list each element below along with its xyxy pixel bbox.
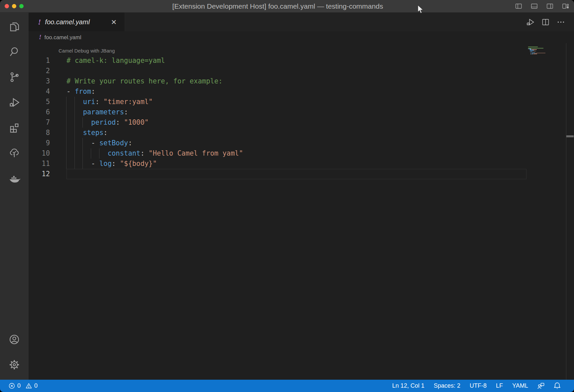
tab-foo-camel-yaml[interactable]: ! foo.camel.yaml ✕ bbox=[29, 13, 125, 31]
sidebar-item-search[interactable] bbox=[0, 39, 29, 65]
line-number[interactable]: 8 bbox=[29, 128, 50, 138]
git-branch-icon bbox=[8, 71, 20, 83]
code-line-text[interactable]: - from: bbox=[67, 86, 95, 97]
toggle-primary-sidebar-icon[interactable] bbox=[515, 2, 522, 10]
code-line-row[interactable]: 8 steps: bbox=[29, 128, 574, 138]
minimap[interactable] bbox=[527, 43, 566, 380]
sidebar-item-explorer[interactable] bbox=[0, 14, 29, 39]
debug-run-icon bbox=[8, 96, 20, 108]
error-icon bbox=[9, 383, 15, 389]
code-line-text[interactable]: - log: "${body}" bbox=[67, 159, 157, 169]
encoding-status[interactable]: UTF-8 bbox=[465, 382, 491, 389]
line-number[interactable]: 1 bbox=[29, 56, 50, 66]
close-window-button[interactable] bbox=[5, 4, 9, 8]
minimize-window-button[interactable] bbox=[12, 4, 16, 8]
vscode-window: [Extension Development Host] foo.camel.y… bbox=[0, 0, 574, 392]
status-bar-right: Ln 12, Col 1 Spaces: 2 UTF-8 LF YAML bbox=[387, 382, 574, 390]
code-line-row[interactable]: 9 - setBody: bbox=[29, 138, 574, 148]
settings-button[interactable] bbox=[0, 352, 29, 377]
code-line-row[interactable]: 6 parameters: bbox=[29, 107, 574, 117]
line-number[interactable]: 12 bbox=[29, 169, 50, 179]
line-number[interactable]: 5 bbox=[29, 97, 50, 107]
status-bar: 0 0 Ln 12, Col 1 Spaces: 2 UTF-8 LF YAML bbox=[0, 380, 574, 392]
run-or-debug-icon[interactable] bbox=[526, 18, 535, 27]
yaml-file-icon: ! bbox=[39, 34, 41, 41]
docker-whale-icon bbox=[8, 172, 21, 185]
code-line-text[interactable]: steps: bbox=[67, 128, 107, 138]
tab-bar: ! foo.camel.yaml ✕ bbox=[29, 13, 574, 31]
window-title: [Extension Development Host] foo.camel.y… bbox=[172, 0, 383, 13]
sidebar-item-run-and-debug[interactable] bbox=[0, 90, 29, 115]
gear-icon bbox=[8, 359, 20, 371]
minimap-code bbox=[528, 47, 566, 55]
code-line-row[interactable]: 1# camel-k: language=yaml bbox=[29, 56, 574, 66]
sidebar-item-source-control[interactable] bbox=[0, 65, 29, 90]
line-number[interactable]: 7 bbox=[29, 117, 50, 128]
codelens-camel-debug[interactable]: Camel Debug with JBang bbox=[29, 46, 574, 56]
code-line-text[interactable]: # Write your routes here, for example: bbox=[67, 76, 222, 86]
line-number[interactable]: 11 bbox=[29, 159, 50, 169]
code-line-row[interactable]: 11 - log: "${body}" bbox=[29, 159, 574, 169]
code-line-text[interactable]: - setBody: bbox=[67, 138, 132, 148]
sidebar-item-docker[interactable] bbox=[0, 166, 29, 191]
files-icon bbox=[8, 21, 20, 33]
toggle-secondary-sidebar-icon[interactable] bbox=[546, 2, 554, 10]
line-number[interactable]: 6 bbox=[29, 107, 50, 117]
code-line-text[interactable]: constant: "Hello Camel from yaml" bbox=[67, 148, 243, 159]
close-tab-icon[interactable]: ✕ bbox=[109, 18, 118, 26]
overview-cursor-marker bbox=[566, 135, 574, 137]
code-line-text[interactable]: parameters: bbox=[67, 107, 128, 117]
code-editor[interactable]: Camel Debug with JBang 1# camel-k: langu… bbox=[29, 43, 574, 380]
line-number[interactable]: 9 bbox=[29, 138, 50, 148]
notifications-bell-icon[interactable] bbox=[549, 382, 565, 390]
code-line-text[interactable]: # camel-k: language=yaml bbox=[67, 56, 165, 66]
eol-status[interactable]: LF bbox=[491, 382, 507, 389]
code-line-text[interactable]: uri: "timer:yaml" bbox=[67, 97, 153, 107]
split-editor-icon[interactable] bbox=[541, 18, 550, 27]
toggle-panel-icon[interactable] bbox=[530, 2, 538, 10]
window-controls bbox=[0, 4, 24, 8]
overview-ruler-scrollbar[interactable] bbox=[566, 43, 574, 380]
code-line-row[interactable]: 5 uri: "timer:yaml" bbox=[29, 97, 574, 107]
editor-group: ! foo.camel.yaml ✕ ! bbox=[29, 13, 574, 380]
code-line-row[interactable]: 7 period: "1000" bbox=[29, 117, 574, 128]
code-lines: 1# camel-k: language=yaml23# Write your … bbox=[29, 56, 574, 179]
sidebar-item-extensions[interactable] bbox=[0, 115, 29, 140]
code-line-row[interactable]: 3# Write your routes here, for example: bbox=[29, 76, 574, 86]
activity-bar bbox=[0, 13, 29, 380]
breadcrumb[interactable]: ! foo.camel.yaml bbox=[29, 31, 574, 43]
extensions-icon bbox=[8, 122, 20, 134]
breadcrumb-file-label[interactable]: foo.camel.yaml bbox=[44, 34, 81, 41]
line-number[interactable]: 3 bbox=[29, 76, 50, 86]
feedback-icon[interactable] bbox=[533, 382, 549, 390]
language-mode-status[interactable]: YAML bbox=[507, 382, 533, 389]
line-number[interactable]: 10 bbox=[29, 148, 50, 159]
line-number[interactable]: 2 bbox=[29, 66, 50, 76]
warning-count: 0 bbox=[34, 382, 38, 389]
code-line-row[interactable]: 2 bbox=[29, 66, 574, 76]
indentation-status[interactable]: Spaces: 2 bbox=[429, 382, 465, 389]
editor-actions bbox=[526, 13, 574, 31]
customize-layout-icon[interactable] bbox=[562, 2, 569, 10]
current-line-highlight bbox=[67, 169, 526, 179]
zoom-window-button[interactable] bbox=[19, 4, 24, 8]
account-icon bbox=[8, 333, 20, 345]
code-line-row[interactable]: 12 bbox=[29, 169, 574, 179]
problems-status[interactable]: 0 0 bbox=[0, 382, 38, 389]
warning-icon bbox=[26, 383, 32, 389]
code-line-row[interactable]: 4- from: bbox=[29, 86, 574, 97]
search-icon bbox=[8, 46, 20, 58]
line-number[interactable]: 4 bbox=[29, 86, 50, 97]
accounts-button[interactable] bbox=[0, 327, 29, 352]
tree-check-icon bbox=[8, 147, 20, 159]
sidebar-item-tree-check[interactable] bbox=[0, 140, 29, 166]
tab-label: foo.camel.yaml bbox=[45, 18, 90, 26]
more-actions-icon[interactable] bbox=[556, 18, 565, 27]
code-line-text[interactable]: period: "1000" bbox=[67, 117, 149, 128]
error-count: 0 bbox=[17, 382, 21, 389]
cursor-position-status[interactable]: Ln 12, Col 1 bbox=[387, 382, 429, 389]
title-bar: [Extension Development Host] foo.camel.y… bbox=[0, 0, 574, 13]
code-line-row[interactable]: 10 constant: "Hello Camel from yaml" bbox=[29, 148, 574, 159]
yaml-file-icon: ! bbox=[38, 18, 41, 27]
